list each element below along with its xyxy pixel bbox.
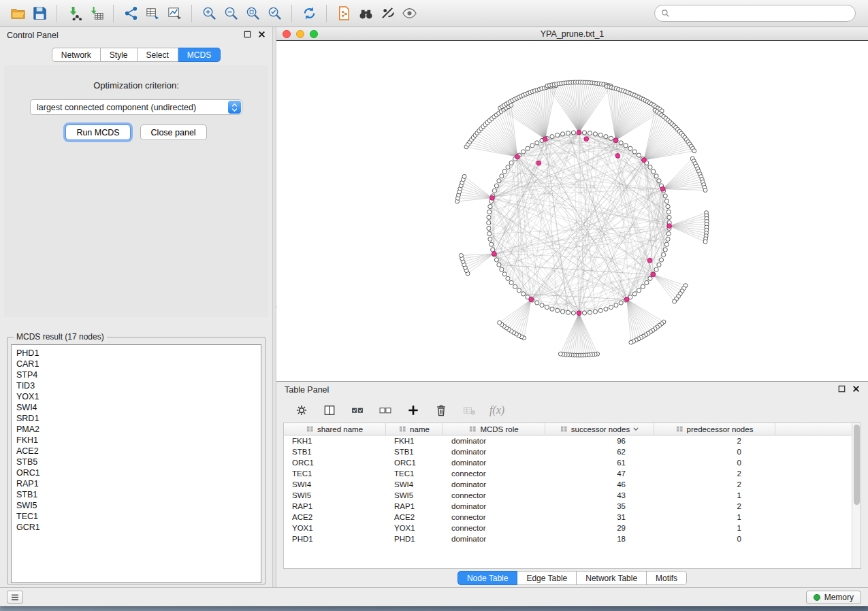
deselect-all-rows-icon[interactable] — [376, 401, 394, 419]
table-settings-gear-icon[interactable] — [293, 401, 310, 419]
share-document-icon[interactable] — [333, 3, 355, 24]
tab-node-table[interactable]: Node Table — [457, 571, 518, 585]
optimization-criterion-select[interactable]: largest connected component (undirected) — [30, 99, 242, 115]
mcds-result-item[interactable]: ACE2 — [16, 446, 261, 457]
run-mcds-button[interactable]: Run MCDS — [65, 125, 130, 140]
mcds-result-item[interactable]: GCR1 — [16, 522, 261, 533]
tab-network[interactable]: Network — [52, 48, 101, 62]
function-builder-icon: f(x) — [488, 401, 506, 419]
mcds-result-item[interactable]: STB1 — [16, 489, 261, 500]
table-cell: 43 — [545, 491, 654, 499]
import-table-icon[interactable] — [85, 3, 107, 24]
style-toggle-icon[interactable] — [376, 3, 398, 24]
close-table-panel-icon[interactable] — [852, 385, 860, 395]
node-table[interactable]: shared name name MCDS role successo — [283, 423, 861, 569]
mcds-result-item[interactable]: YOX1 — [16, 391, 261, 402]
table-row[interactable]: YOX1YOX1connector291 — [284, 523, 861, 533]
mcds-result-item[interactable]: CAR1 — [16, 359, 261, 369]
table-panel: Table Panel — [276, 382, 868, 587]
scrollbar-thumb[interactable] — [854, 425, 860, 505]
table-row[interactable]: SWI5SWI5connector431 — [284, 490, 861, 501]
show-hide-eye-icon[interactable] — [398, 3, 420, 24]
export-image-icon[interactable] — [163, 3, 185, 24]
table-cell: ORC1 — [284, 459, 386, 467]
zoom-selected-icon[interactable] — [263, 3, 285, 24]
table-scrollbar[interactable] — [852, 423, 861, 568]
table-row[interactable]: ORC1ORC1dominator610 — [284, 457, 861, 468]
import-network-icon[interactable] — [63, 3, 85, 24]
hamburger-icon — [11, 594, 19, 601]
memory-button[interactable]: Memory — [806, 591, 861, 604]
mcds-result-item[interactable]: PMA2 — [16, 424, 261, 435]
close-panel-button[interactable]: Close panel — [140, 125, 207, 140]
mcds-result-item[interactable]: SWI5 — [16, 500, 261, 511]
float-table-panel-icon[interactable] — [838, 385, 846, 395]
table-cell: connector — [443, 469, 545, 478]
open-file-icon[interactable] — [7, 3, 29, 24]
network-from-table-icon[interactable] — [142, 3, 163, 24]
mcds-result-item[interactable]: SWI4 — [16, 402, 261, 413]
table-row[interactable]: PHD1PHD1dominator180 — [284, 533, 861, 544]
find-binoculars-icon[interactable] — [355, 3, 376, 24]
zoom-out-icon[interactable] — [220, 3, 242, 24]
network-canvas[interactable] — [276, 40, 868, 381]
mcds-result-list[interactable]: PHD1CAR1STP4TID3YOX1SWI4SRD1PMA2FKH1ACE2… — [11, 344, 261, 583]
column-header-shared-name[interactable]: shared name — [284, 423, 386, 435]
column-header-successor-nodes[interactable]: successor nodes — [545, 423, 654, 435]
table-cell: 18 — [545, 535, 654, 543]
status-menu-button[interactable] — [7, 591, 23, 604]
add-column-icon[interactable] — [404, 401, 422, 419]
refresh-icon[interactable] — [298, 3, 320, 24]
mcds-result-item[interactable]: ORC1 — [16, 467, 261, 478]
mcds-result-item[interactable]: TID3 — [16, 380, 261, 391]
table-cell: FKH1 — [284, 437, 386, 445]
search-input[interactable] — [674, 9, 849, 18]
table-cell: 0 — [654, 448, 775, 456]
column-header-predecessor-nodes[interactable]: predecessor nodes — [654, 423, 775, 435]
tab-edge-table[interactable]: Edge Table — [517, 571, 577, 585]
table-row[interactable]: FKH1FKH1dominator962 — [284, 435, 861, 446]
column-type-icon — [469, 425, 477, 433]
tab-motifs[interactable]: Motifs — [647, 571, 687, 585]
table-cell: YOX1 — [386, 524, 443, 532]
mcds-tab-content: Optimization criterion: largest connecte… — [4, 65, 268, 317]
toolbar-search[interactable] — [654, 5, 856, 22]
tab-style[interactable]: Style — [101, 48, 138, 62]
show-columns-icon[interactable] — [321, 401, 338, 419]
table-cell: ACE2 — [386, 513, 443, 521]
zoom-fit-icon[interactable] — [242, 3, 263, 24]
network-graph[interactable] — [276, 41, 868, 381]
tab-network-table[interactable]: Network Table — [577, 571, 647, 585]
table-row[interactable]: TEC1TEC1connector472 — [284, 468, 861, 479]
tab-mcds[interactable]: MCDS — [178, 48, 221, 62]
float-panel-icon[interactable] — [244, 31, 251, 40]
select-all-rows-icon[interactable] — [349, 401, 366, 419]
column-header-name[interactable]: name — [386, 423, 443, 435]
mcds-result-title: MCDS result (17 nodes) — [14, 332, 107, 342]
mcds-result-item[interactable]: FKH1 — [16, 435, 261, 446]
mcds-result-item[interactable]: RAP1 — [16, 478, 261, 489]
table-row[interactable]: STB1STB1dominator620 — [284, 446, 861, 457]
table-row[interactable]: ACE2ACE2connector311 — [284, 512, 861, 523]
close-panel-icon[interactable] — [258, 31, 266, 40]
mcds-result-item[interactable]: STB5 — [16, 457, 261, 467]
mcds-result-item[interactable]: PHD1 — [16, 348, 261, 359]
zoom-in-icon[interactable] — [198, 3, 220, 24]
tab-select[interactable]: Select — [138, 48, 178, 62]
control-panel: Control Panel Network Style Select MCDS … — [0, 27, 272, 587]
table-cell: ACE2 — [284, 513, 386, 521]
network-window-title: YPA_prune.txt_1 — [276, 29, 868, 39]
new-network-icon[interactable] — [120, 3, 142, 24]
mcds-result-item[interactable]: TEC1 — [16, 511, 261, 522]
table-cell: 2 — [654, 469, 775, 478]
table-body: FKH1FKH1dominator962STB1STB1dominator620… — [284, 435, 861, 544]
save-icon[interactable] — [29, 3, 50, 24]
mcds-result-item[interactable]: SRD1 — [16, 413, 261, 424]
column-header-mcds-role[interactable]: MCDS role — [443, 423, 545, 435]
table-row[interactable]: SWI4SWI4dominator462 — [284, 479, 861, 490]
delete-column-icon[interactable] — [432, 401, 450, 419]
toolbar-separator — [57, 5, 57, 22]
table-header-row: shared name name MCDS role successo — [284, 423, 861, 435]
mcds-result-item[interactable]: STP4 — [16, 369, 261, 380]
table-row[interactable]: RAP1RAP1dominator352 — [284, 501, 861, 512]
